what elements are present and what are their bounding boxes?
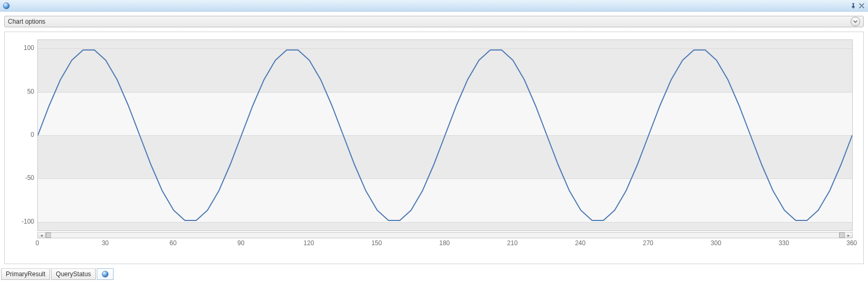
chart-options-bar[interactable]: Chart options xyxy=(4,16,864,27)
tab-label: PrimaryResult xyxy=(6,270,45,278)
x-tick-label: 90 xyxy=(238,239,244,247)
svg-point-0 xyxy=(3,3,9,9)
x-tick-label: 270 xyxy=(643,239,653,247)
x-axis: 0306090120150180210240270300330360 xyxy=(37,239,853,250)
range-scrollbar[interactable]: ◂ ▸ xyxy=(37,232,853,238)
globe-icon xyxy=(2,2,11,10)
scroll-right-button[interactable]: ▸ xyxy=(844,233,852,238)
x-tick-label: 300 xyxy=(711,239,721,247)
y-tick-label: 50 xyxy=(27,88,34,95)
x-tick-label: 330 xyxy=(779,239,789,247)
panel-titlebar xyxy=(0,0,868,12)
scroll-left-button[interactable]: ◂ xyxy=(38,233,46,238)
result-tabs: PrimaryResult QueryStatus xyxy=(0,267,868,282)
tab-primaryresult[interactable]: PrimaryResult xyxy=(1,268,50,280)
pin-icon[interactable] xyxy=(849,2,857,10)
chart-options-label: Chart options xyxy=(8,18,45,25)
x-tick-label: 150 xyxy=(371,239,382,247)
tab-chart[interactable] xyxy=(97,268,114,280)
y-tick-label: -100 xyxy=(22,218,34,225)
tab-label: QueryStatus xyxy=(56,270,91,278)
x-tick-label: 240 xyxy=(575,239,586,247)
tab-querystatus[interactable]: QueryStatus xyxy=(51,268,96,280)
scroll-track[interactable] xyxy=(46,233,844,238)
x-tick-label: 120 xyxy=(303,239,314,247)
chevron-down-icon[interactable] xyxy=(851,17,860,26)
panel-body: Chart options -100-50050100 ◂ xyxy=(0,12,868,267)
y-axis: -100-50050100 xyxy=(11,39,36,231)
y-tick-label: 0 xyxy=(30,131,34,138)
range-handle-right[interactable] xyxy=(839,233,844,238)
range-handle-left[interactable] xyxy=(46,233,51,238)
plot-area[interactable] xyxy=(37,39,853,231)
y-tick-label: 100 xyxy=(24,44,34,52)
y-tick-label: -50 xyxy=(25,174,34,182)
svg-point-1 xyxy=(102,271,108,277)
x-tick-label: 180 xyxy=(439,239,450,247)
x-tick-label: 210 xyxy=(507,239,518,247)
globe-icon xyxy=(101,270,109,278)
line-series xyxy=(38,40,852,230)
x-tick-label: 0 xyxy=(36,239,39,247)
x-tick-label: 60 xyxy=(169,239,176,247)
close-icon[interactable] xyxy=(857,2,866,10)
x-tick-label: 360 xyxy=(846,239,857,247)
x-tick-label: 30 xyxy=(101,239,108,247)
chart-container: -100-50050100 ◂ ▸ 0306090120150180210240… xyxy=(4,32,864,264)
chart-panel: Chart options -100-50050100 ◂ xyxy=(0,0,868,282)
